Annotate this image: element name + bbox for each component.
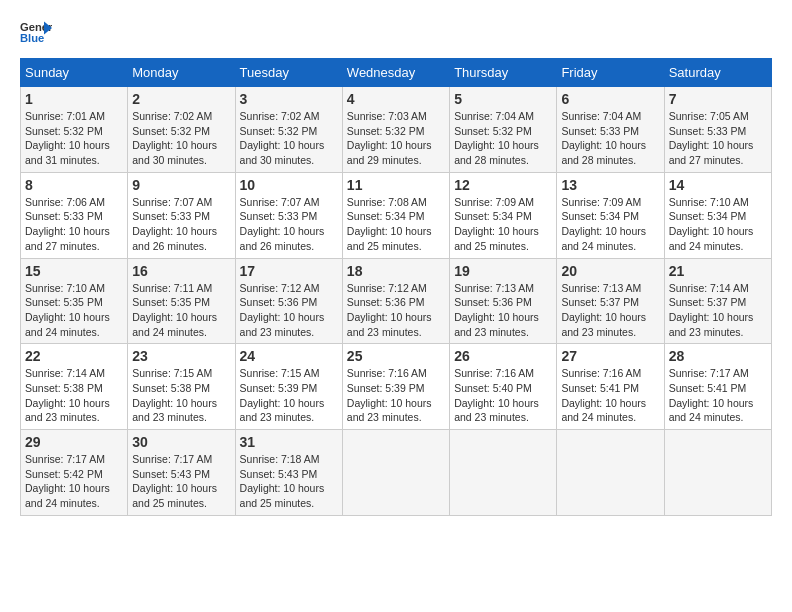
day-number: 11 <box>347 177 445 193</box>
day-number: 28 <box>669 348 767 364</box>
table-row: 20Sunrise: 7:13 AM Sunset: 5:37 PM Dayli… <box>557 258 664 344</box>
col-monday: Monday <box>128 59 235 87</box>
day-number: 20 <box>561 263 659 279</box>
calendar-week-row: 1Sunrise: 7:01 AM Sunset: 5:32 PM Daylig… <box>21 87 772 173</box>
day-info: Sunrise: 7:17 AM Sunset: 5:41 PM Dayligh… <box>669 366 767 425</box>
day-number: 22 <box>25 348 123 364</box>
calendar-week-row: 15Sunrise: 7:10 AM Sunset: 5:35 PM Dayli… <box>21 258 772 344</box>
day-info: Sunrise: 7:05 AM Sunset: 5:33 PM Dayligh… <box>669 109 767 168</box>
table-row: 30Sunrise: 7:17 AM Sunset: 5:43 PM Dayli… <box>128 430 235 516</box>
svg-text:Blue: Blue <box>20 32 44 44</box>
calendar-week-row: 22Sunrise: 7:14 AM Sunset: 5:38 PM Dayli… <box>21 344 772 430</box>
col-friday: Friday <box>557 59 664 87</box>
day-number: 26 <box>454 348 552 364</box>
table-row: 8Sunrise: 7:06 AM Sunset: 5:33 PM Daylig… <box>21 172 128 258</box>
day-info: Sunrise: 7:18 AM Sunset: 5:43 PM Dayligh… <box>240 452 338 511</box>
day-info: Sunrise: 7:12 AM Sunset: 5:36 PM Dayligh… <box>240 281 338 340</box>
day-number: 12 <box>454 177 552 193</box>
table-row: 10Sunrise: 7:07 AM Sunset: 5:33 PM Dayli… <box>235 172 342 258</box>
calendar-week-row: 8Sunrise: 7:06 AM Sunset: 5:33 PM Daylig… <box>21 172 772 258</box>
day-number: 19 <box>454 263 552 279</box>
day-number: 10 <box>240 177 338 193</box>
day-number: 2 <box>132 91 230 107</box>
table-row: 5Sunrise: 7:04 AM Sunset: 5:32 PM Daylig… <box>450 87 557 173</box>
table-row: 28Sunrise: 7:17 AM Sunset: 5:41 PM Dayli… <box>664 344 771 430</box>
day-info: Sunrise: 7:01 AM Sunset: 5:32 PM Dayligh… <box>25 109 123 168</box>
day-info: Sunrise: 7:10 AM Sunset: 5:34 PM Dayligh… <box>669 195 767 254</box>
day-info: Sunrise: 7:04 AM Sunset: 5:32 PM Dayligh… <box>454 109 552 168</box>
table-row: 6Sunrise: 7:04 AM Sunset: 5:33 PM Daylig… <box>557 87 664 173</box>
day-number: 8 <box>25 177 123 193</box>
col-tuesday: Tuesday <box>235 59 342 87</box>
day-number: 25 <box>347 348 445 364</box>
col-sunday: Sunday <box>21 59 128 87</box>
day-number: 31 <box>240 434 338 450</box>
table-row: 21Sunrise: 7:14 AM Sunset: 5:37 PM Dayli… <box>664 258 771 344</box>
table-row <box>342 430 449 516</box>
table-row: 13Sunrise: 7:09 AM Sunset: 5:34 PM Dayli… <box>557 172 664 258</box>
day-number: 24 <box>240 348 338 364</box>
day-info: Sunrise: 7:16 AM Sunset: 5:39 PM Dayligh… <box>347 366 445 425</box>
day-info: Sunrise: 7:03 AM Sunset: 5:32 PM Dayligh… <box>347 109 445 168</box>
table-row: 23Sunrise: 7:15 AM Sunset: 5:38 PM Dayli… <box>128 344 235 430</box>
col-thursday: Thursday <box>450 59 557 87</box>
table-row: 7Sunrise: 7:05 AM Sunset: 5:33 PM Daylig… <box>664 87 771 173</box>
day-info: Sunrise: 7:13 AM Sunset: 5:36 PM Dayligh… <box>454 281 552 340</box>
table-row: 27Sunrise: 7:16 AM Sunset: 5:41 PM Dayli… <box>557 344 664 430</box>
day-info: Sunrise: 7:13 AM Sunset: 5:37 PM Dayligh… <box>561 281 659 340</box>
day-number: 23 <box>132 348 230 364</box>
table-row: 26Sunrise: 7:16 AM Sunset: 5:40 PM Dayli… <box>450 344 557 430</box>
day-info: Sunrise: 7:10 AM Sunset: 5:35 PM Dayligh… <box>25 281 123 340</box>
table-row: 24Sunrise: 7:15 AM Sunset: 5:39 PM Dayli… <box>235 344 342 430</box>
table-row: 17Sunrise: 7:12 AM Sunset: 5:36 PM Dayli… <box>235 258 342 344</box>
day-number: 9 <box>132 177 230 193</box>
day-number: 5 <box>454 91 552 107</box>
day-info: Sunrise: 7:17 AM Sunset: 5:42 PM Dayligh… <box>25 452 123 511</box>
day-info: Sunrise: 7:02 AM Sunset: 5:32 PM Dayligh… <box>132 109 230 168</box>
table-row: 19Sunrise: 7:13 AM Sunset: 5:36 PM Dayli… <box>450 258 557 344</box>
header: General Blue <box>20 20 772 48</box>
day-info: Sunrise: 7:15 AM Sunset: 5:38 PM Dayligh… <box>132 366 230 425</box>
day-number: 30 <box>132 434 230 450</box>
logo: General Blue <box>20 20 52 48</box>
day-info: Sunrise: 7:04 AM Sunset: 5:33 PM Dayligh… <box>561 109 659 168</box>
day-number: 14 <box>669 177 767 193</box>
calendar-week-row: 29Sunrise: 7:17 AM Sunset: 5:42 PM Dayli… <box>21 430 772 516</box>
day-number: 29 <box>25 434 123 450</box>
table-row: 11Sunrise: 7:08 AM Sunset: 5:34 PM Dayli… <box>342 172 449 258</box>
table-row: 3Sunrise: 7:02 AM Sunset: 5:32 PM Daylig… <box>235 87 342 173</box>
calendar-table: Sunday Monday Tuesday Wednesday Thursday… <box>20 58 772 516</box>
table-row: 1Sunrise: 7:01 AM Sunset: 5:32 PM Daylig… <box>21 87 128 173</box>
day-info: Sunrise: 7:06 AM Sunset: 5:33 PM Dayligh… <box>25 195 123 254</box>
day-number: 21 <box>669 263 767 279</box>
day-number: 17 <box>240 263 338 279</box>
day-number: 3 <box>240 91 338 107</box>
table-row <box>557 430 664 516</box>
day-info: Sunrise: 7:12 AM Sunset: 5:36 PM Dayligh… <box>347 281 445 340</box>
table-row: 18Sunrise: 7:12 AM Sunset: 5:36 PM Dayli… <box>342 258 449 344</box>
day-info: Sunrise: 7:09 AM Sunset: 5:34 PM Dayligh… <box>561 195 659 254</box>
day-info: Sunrise: 7:09 AM Sunset: 5:34 PM Dayligh… <box>454 195 552 254</box>
col-wednesday: Wednesday <box>342 59 449 87</box>
day-number: 1 <box>25 91 123 107</box>
day-info: Sunrise: 7:17 AM Sunset: 5:43 PM Dayligh… <box>132 452 230 511</box>
table-row: 31Sunrise: 7:18 AM Sunset: 5:43 PM Dayli… <box>235 430 342 516</box>
day-number: 18 <box>347 263 445 279</box>
day-number: 13 <box>561 177 659 193</box>
table-row: 15Sunrise: 7:10 AM Sunset: 5:35 PM Dayli… <box>21 258 128 344</box>
day-info: Sunrise: 7:14 AM Sunset: 5:37 PM Dayligh… <box>669 281 767 340</box>
table-row: 12Sunrise: 7:09 AM Sunset: 5:34 PM Dayli… <box>450 172 557 258</box>
day-number: 6 <box>561 91 659 107</box>
day-info: Sunrise: 7:07 AM Sunset: 5:33 PM Dayligh… <box>132 195 230 254</box>
table-row: 25Sunrise: 7:16 AM Sunset: 5:39 PM Dayli… <box>342 344 449 430</box>
table-row <box>664 430 771 516</box>
table-row: 14Sunrise: 7:10 AM Sunset: 5:34 PM Dayli… <box>664 172 771 258</box>
day-number: 7 <box>669 91 767 107</box>
day-info: Sunrise: 7:15 AM Sunset: 5:39 PM Dayligh… <box>240 366 338 425</box>
day-number: 27 <box>561 348 659 364</box>
day-info: Sunrise: 7:14 AM Sunset: 5:38 PM Dayligh… <box>25 366 123 425</box>
table-row: 29Sunrise: 7:17 AM Sunset: 5:42 PM Dayli… <box>21 430 128 516</box>
table-row: 22Sunrise: 7:14 AM Sunset: 5:38 PM Dayli… <box>21 344 128 430</box>
day-info: Sunrise: 7:16 AM Sunset: 5:40 PM Dayligh… <box>454 366 552 425</box>
table-row: 2Sunrise: 7:02 AM Sunset: 5:32 PM Daylig… <box>128 87 235 173</box>
